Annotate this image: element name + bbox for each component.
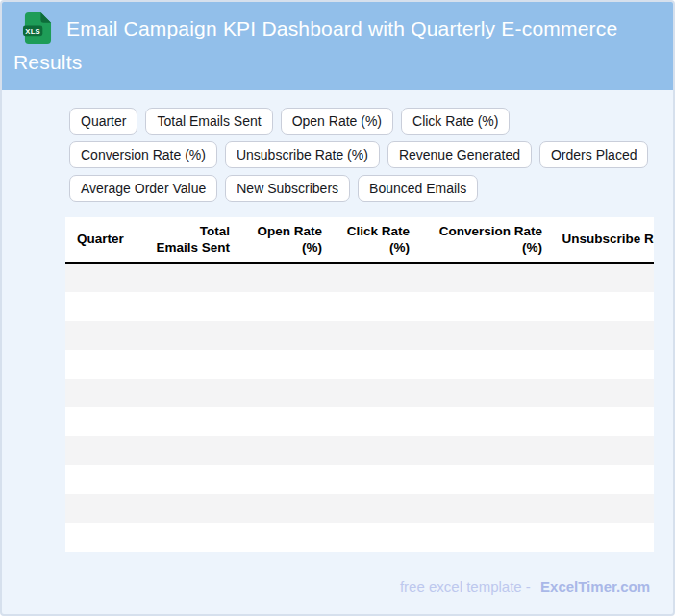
table-row (65, 436, 654, 465)
chip-open-rate[interactable]: Open Rate (%) (281, 108, 393, 135)
kpi-table-container: Quarter Total Emails Sent Open Rate (%) … (65, 217, 654, 552)
chip-quarter[interactable]: Quarter (69, 108, 138, 135)
column-header-quarter: Quarter (65, 217, 148, 263)
chip-new-subscribers[interactable]: New Subscribers (225, 175, 350, 202)
column-header-click-rate: Click Rate (%) (330, 217, 417, 263)
table-row (65, 292, 654, 321)
xls-icon-label: XLS (25, 27, 40, 36)
table-row (65, 407, 654, 436)
chip-orders-placed[interactable]: Orders Placed (539, 141, 648, 168)
chip-click-rate[interactable]: Click Rate (%) (401, 108, 510, 135)
kpi-table-body (65, 263, 654, 552)
xls-file-icon: XLS (22, 12, 52, 44)
page-title: XLS Email Campaign KPI Dashboard with Qu… (13, 12, 654, 79)
page-title-text: Email Campaign KPI Dashboard with Quarte… (13, 17, 617, 73)
column-header-unsubscribe-rate: Unsubscribe Rate (%) (550, 217, 654, 263)
page: XLS Email Campaign KPI Dashboard with Qu… (0, 0, 675, 616)
column-header-conversion-rate: Conversion Rate (%) (417, 217, 550, 263)
chip-revenue-generated[interactable]: Revenue Generated (388, 141, 532, 168)
column-header-open-rate: Open Rate (%) (238, 217, 330, 263)
table-row (65, 379, 654, 407)
footer-brand-link[interactable]: ExcelTimer.com (540, 579, 650, 595)
header-bar: XLS Email Campaign KPI Dashboard with Qu… (2, 2, 673, 90)
column-header-total-emails-sent: Total Emails Sent (148, 217, 238, 263)
table-row (65, 350, 654, 379)
table-row (65, 523, 654, 552)
chip-bounced-emails[interactable]: Bounced Emails (358, 175, 478, 202)
footer-text: free excel template - (400, 579, 531, 595)
kpi-table: Quarter Total Emails Sent Open Rate (%) … (65, 217, 654, 552)
chip-list: Quarter Total Emails Sent Open Rate (%) … (69, 108, 656, 202)
kpi-table-header: Quarter Total Emails Sent Open Rate (%) … (65, 217, 654, 263)
chip-unsubscribe-rate[interactable]: Unsubscribe Rate (%) (225, 141, 380, 168)
table-row (65, 494, 654, 523)
table-row (65, 321, 654, 350)
chip-total-emails-sent[interactable]: Total Emails Sent (145, 108, 272, 135)
chip-conversion-rate[interactable]: Conversion Rate (%) (69, 141, 217, 168)
table-row (65, 263, 654, 292)
table-row (65, 465, 654, 494)
chip-average-order-value[interactable]: Average Order Value (69, 175, 217, 202)
footer-credit: free excel template - ExcelTimer.com (2, 579, 673, 595)
